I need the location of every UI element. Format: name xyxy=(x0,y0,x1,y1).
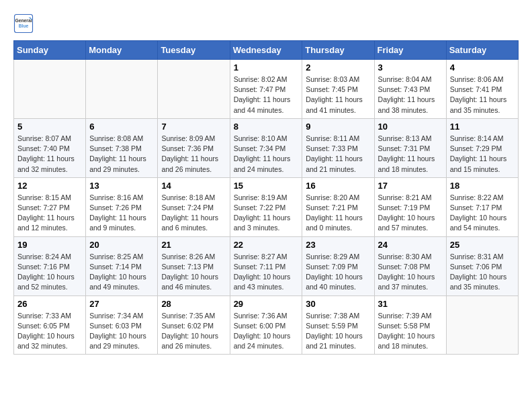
weekday-header-wednesday: Wednesday xyxy=(230,41,302,60)
day-number: 31 xyxy=(378,299,443,309)
day-number: 13 xyxy=(89,181,154,191)
calendar-cell: 24Sunrise: 8:30 AM Sunset: 7:08 PM Dayli… xyxy=(374,236,446,295)
calendar-table: SundayMondayTuesdayWednesdayThursdayFrid… xyxy=(13,40,519,355)
day-info: Sunrise: 8:18 AM Sunset: 7:24 PM Dayligh… xyxy=(161,193,226,234)
day-info: Sunrise: 8:07 AM Sunset: 7:40 PM Dayligh… xyxy=(17,134,82,175)
svg-text:Blue: Blue xyxy=(19,24,29,28)
calendar-cell: 1Sunrise: 8:02 AM Sunset: 7:47 PM Daylig… xyxy=(230,60,302,119)
day-number: 9 xyxy=(306,122,370,132)
day-number: 25 xyxy=(450,240,515,250)
calendar-cell: 15Sunrise: 8:19 AM Sunset: 7:22 PM Dayli… xyxy=(230,177,302,236)
day-number: 17 xyxy=(378,181,443,191)
day-info: Sunrise: 8:11 AM Sunset: 7:33 PM Dayligh… xyxy=(306,134,370,175)
weekday-header-friday: Friday xyxy=(374,41,446,60)
calendar-cell xyxy=(158,60,230,119)
calendar-cell: 25Sunrise: 8:31 AM Sunset: 7:06 PM Dayli… xyxy=(446,236,518,295)
calendar-cell: 16Sunrise: 8:20 AM Sunset: 7:21 PM Dayli… xyxy=(302,177,374,236)
page-header: General Blue xyxy=(13,13,519,34)
day-number: 14 xyxy=(161,181,226,191)
day-info: Sunrise: 8:22 AM Sunset: 7:17 PM Dayligh… xyxy=(450,193,515,234)
day-info: Sunrise: 8:14 AM Sunset: 7:29 PM Dayligh… xyxy=(450,134,515,175)
day-number: 12 xyxy=(17,181,82,191)
day-number: 28 xyxy=(161,299,226,309)
calendar-cell: 4Sunrise: 8:06 AM Sunset: 7:41 PM Daylig… xyxy=(446,60,518,119)
day-info: Sunrise: 8:30 AM Sunset: 7:08 PM Dayligh… xyxy=(378,252,443,293)
day-number: 18 xyxy=(450,181,515,191)
day-info: Sunrise: 8:24 AM Sunset: 7:16 PM Dayligh… xyxy=(17,252,82,293)
calendar-cell: 31Sunrise: 7:39 AM Sunset: 5:58 PM Dayli… xyxy=(374,295,446,355)
calendar-cell: 17Sunrise: 8:21 AM Sunset: 7:19 PM Dayli… xyxy=(374,177,446,236)
day-number: 29 xyxy=(234,299,299,309)
day-info: Sunrise: 8:13 AM Sunset: 7:31 PM Dayligh… xyxy=(378,134,443,175)
day-info: Sunrise: 8:25 AM Sunset: 7:14 PM Dayligh… xyxy=(89,252,154,293)
day-info: Sunrise: 7:39 AM Sunset: 5:58 PM Dayligh… xyxy=(378,311,443,352)
day-info: Sunrise: 8:06 AM Sunset: 7:41 PM Dayligh… xyxy=(450,75,515,116)
day-number: 2 xyxy=(306,62,370,73)
day-number: 19 xyxy=(17,240,82,250)
day-info: Sunrise: 7:34 AM Sunset: 6:03 PM Dayligh… xyxy=(89,311,154,352)
calendar-cell: 19Sunrise: 8:24 AM Sunset: 7:16 PM Dayli… xyxy=(14,236,86,295)
weekday-header-thursday: Thursday xyxy=(302,41,374,60)
calendar-cell: 28Sunrise: 7:35 AM Sunset: 6:02 PM Dayli… xyxy=(158,295,230,355)
day-number: 3 xyxy=(378,62,443,73)
logo-icon: General Blue xyxy=(13,13,34,34)
weekday-header-tuesday: Tuesday xyxy=(158,41,230,60)
day-info: Sunrise: 8:15 AM Sunset: 7:27 PM Dayligh… xyxy=(17,193,82,234)
logo: General Blue xyxy=(13,13,36,34)
day-info: Sunrise: 8:20 AM Sunset: 7:21 PM Dayligh… xyxy=(306,193,370,234)
day-number: 7 xyxy=(161,122,226,132)
day-info: Sunrise: 8:10 AM Sunset: 7:34 PM Dayligh… xyxy=(234,134,299,175)
day-info: Sunrise: 7:33 AM Sunset: 6:05 PM Dayligh… xyxy=(17,311,82,352)
calendar-cell: 13Sunrise: 8:16 AM Sunset: 7:26 PM Dayli… xyxy=(86,177,158,236)
day-number: 15 xyxy=(234,181,299,191)
day-info: Sunrise: 8:16 AM Sunset: 7:26 PM Dayligh… xyxy=(89,193,154,234)
calendar-cell: 5Sunrise: 8:07 AM Sunset: 7:40 PM Daylig… xyxy=(14,118,86,177)
day-number: 8 xyxy=(234,122,299,132)
day-info: Sunrise: 8:02 AM Sunset: 7:47 PM Dayligh… xyxy=(234,75,299,116)
calendar-cell: 2Sunrise: 8:03 AM Sunset: 7:45 PM Daylig… xyxy=(302,60,374,119)
calendar-cell: 12Sunrise: 8:15 AM Sunset: 7:27 PM Dayli… xyxy=(14,177,86,236)
day-info: Sunrise: 8:27 AM Sunset: 7:11 PM Dayligh… xyxy=(234,252,299,293)
day-number: 5 xyxy=(17,122,82,132)
calendar-cell: 27Sunrise: 7:34 AM Sunset: 6:03 PM Dayli… xyxy=(86,295,158,355)
calendar-cell xyxy=(14,60,86,119)
day-number: 22 xyxy=(234,240,299,250)
weekday-header-monday: Monday xyxy=(86,41,158,60)
day-number: 26 xyxy=(17,299,82,309)
calendar-cell: 18Sunrise: 8:22 AM Sunset: 7:17 PM Dayli… xyxy=(446,177,518,236)
day-number: 27 xyxy=(89,299,154,309)
day-number: 6 xyxy=(89,122,154,132)
calendar-cell xyxy=(86,60,158,119)
calendar-cell: 26Sunrise: 7:33 AM Sunset: 6:05 PM Dayli… xyxy=(14,295,86,355)
calendar-cell: 8Sunrise: 8:10 AM Sunset: 7:34 PM Daylig… xyxy=(230,118,302,177)
day-info: Sunrise: 8:19 AM Sunset: 7:22 PM Dayligh… xyxy=(234,193,299,234)
calendar-cell: 30Sunrise: 7:38 AM Sunset: 5:59 PM Dayli… xyxy=(302,295,374,355)
calendar-cell xyxy=(446,295,518,355)
calendar-cell: 11Sunrise: 8:14 AM Sunset: 7:29 PM Dayli… xyxy=(446,118,518,177)
day-info: Sunrise: 7:35 AM Sunset: 6:02 PM Dayligh… xyxy=(161,311,226,352)
calendar-cell: 10Sunrise: 8:13 AM Sunset: 7:31 PM Dayli… xyxy=(374,118,446,177)
day-number: 1 xyxy=(234,62,299,73)
calendar-cell: 9Sunrise: 8:11 AM Sunset: 7:33 PM Daylig… xyxy=(302,118,374,177)
day-number: 11 xyxy=(450,122,515,132)
day-number: 23 xyxy=(306,240,370,250)
day-number: 16 xyxy=(306,181,370,191)
day-info: Sunrise: 7:38 AM Sunset: 5:59 PM Dayligh… xyxy=(306,311,370,352)
day-info: Sunrise: 8:03 AM Sunset: 7:45 PM Dayligh… xyxy=(306,75,370,116)
calendar-cell: 6Sunrise: 8:08 AM Sunset: 7:38 PM Daylig… xyxy=(86,118,158,177)
day-number: 24 xyxy=(378,240,443,250)
calendar-cell: 20Sunrise: 8:25 AM Sunset: 7:14 PM Dayli… xyxy=(86,236,158,295)
calendar-cell: 14Sunrise: 8:18 AM Sunset: 7:24 PM Dayli… xyxy=(158,177,230,236)
calendar-cell: 23Sunrise: 8:29 AM Sunset: 7:09 PM Dayli… xyxy=(302,236,374,295)
weekday-header-sunday: Sunday xyxy=(14,41,86,60)
day-number: 10 xyxy=(378,122,443,132)
calendar-cell: 29Sunrise: 7:36 AM Sunset: 6:00 PM Dayli… xyxy=(230,295,302,355)
weekday-header-saturday: Saturday xyxy=(446,41,518,60)
day-number: 4 xyxy=(450,62,515,73)
day-info: Sunrise: 8:04 AM Sunset: 7:43 PM Dayligh… xyxy=(378,75,443,116)
day-info: Sunrise: 8:31 AM Sunset: 7:06 PM Dayligh… xyxy=(450,252,515,293)
day-number: 21 xyxy=(161,240,226,250)
calendar-cell: 21Sunrise: 8:26 AM Sunset: 7:13 PM Dayli… xyxy=(158,236,230,295)
day-info: Sunrise: 8:08 AM Sunset: 7:38 PM Dayligh… xyxy=(89,134,154,175)
calendar-cell: 22Sunrise: 8:27 AM Sunset: 7:11 PM Dayli… xyxy=(230,236,302,295)
